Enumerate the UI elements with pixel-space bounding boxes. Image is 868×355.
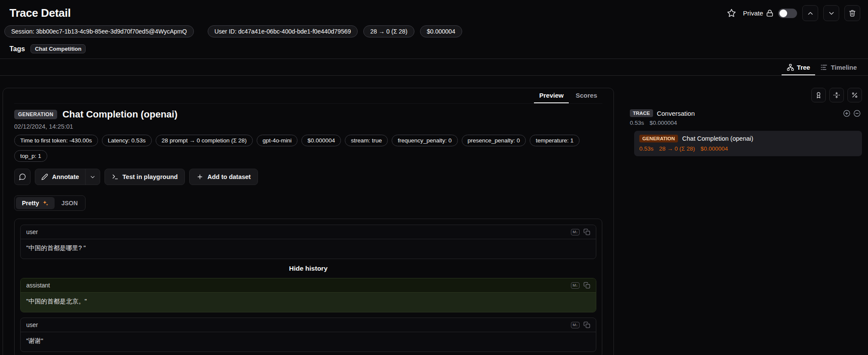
lock-icon xyxy=(766,9,773,17)
metadata-pill: top_p: 1 xyxy=(14,150,47,162)
star-icon xyxy=(727,9,736,18)
metadata-pill: frequency_penalty: 0 xyxy=(392,135,457,146)
message-header-icons: M↓ xyxy=(571,321,590,328)
delete-trace-button[interactable] xyxy=(844,5,860,21)
collapse-all-icon[interactable] xyxy=(853,110,861,117)
detail-tabs: Preview Scores xyxy=(14,88,602,104)
expand-all-icon[interactable] xyxy=(843,110,850,117)
message-assistant: assistant M↓ "中国的首都是北京。" xyxy=(20,278,596,312)
total-cost-badge: $0.000004 xyxy=(420,25,462,37)
annotate-label: Annotate xyxy=(52,173,79,180)
add-to-dataset-label: Add to dataset xyxy=(207,173,251,180)
terminal-icon xyxy=(112,173,119,180)
message-user-2: user M↓ "谢谢" xyxy=(20,318,596,352)
observation-detail-card: Preview Scores GENERATION Chat Completio… xyxy=(3,88,614,355)
node-cost: $0.000004 xyxy=(700,145,728,152)
tag-chip[interactable]: Chat Competition xyxy=(31,44,86,53)
user-id-badge[interactable]: User ID: dc47a41e-06bc-400d-bde1-f0e440d… xyxy=(208,25,358,37)
public-sharing-toggle[interactable] xyxy=(778,9,797,18)
tags-row: Tags Chat Competition xyxy=(0,42,868,59)
comment-bubble-icon xyxy=(18,173,26,181)
observation-title: Chat Completion (openai) xyxy=(62,109,178,120)
pretty-toggle[interactable]: Pretty xyxy=(16,197,55,209)
annotate-dropdown-button[interactable] xyxy=(85,169,100,185)
show-metrics-button[interactable] xyxy=(847,88,862,102)
medal-icon xyxy=(815,92,822,99)
add-to-dataset-button[interactable]: Add to dataset xyxy=(189,169,258,185)
comments-button[interactable] xyxy=(14,169,31,185)
fold-vertical-icon xyxy=(833,92,840,99)
message-content: "中国的首都是哪里? " xyxy=(21,239,596,259)
metadata-pill: $0.000004 xyxy=(301,135,341,146)
tab-tree-label: Tree xyxy=(797,64,810,71)
metadata-pill: Time to first token: -430.00s xyxy=(14,135,98,146)
bookmark-star-button[interactable] xyxy=(725,7,738,19)
sparkles-icon xyxy=(42,200,49,207)
token-usage-badge: 28 → 0 (Σ 28) xyxy=(363,25,414,37)
format-toggle: Pretty JSON xyxy=(14,195,86,211)
tab-timeline-label: Timeline xyxy=(831,64,857,71)
io-messages-container: user M↓ "中国的首都是哪里? " Hide history assist… xyxy=(14,219,602,355)
show-scores-button[interactable] xyxy=(811,88,826,102)
trace-name: Conversation xyxy=(657,110,695,117)
tab-preview[interactable]: Preview xyxy=(534,88,569,103)
message-content: "谢谢" xyxy=(21,332,596,352)
sharing-control: Private xyxy=(743,9,797,18)
metadata-pill: 28 prompt → 0 completion (Σ 28) xyxy=(156,135,253,146)
message-user-1: user M↓ "中国的首都是哪里? " xyxy=(20,225,596,259)
markdown-icon[interactable]: M↓ xyxy=(571,229,580,235)
annotate-button[interactable]: Annotate xyxy=(35,169,85,185)
observation-metadata-pills: Time to first token: -430.00s Latency: 0… xyxy=(14,135,590,162)
test-in-playground-button[interactable]: Test in playground xyxy=(104,169,185,185)
trace-root-row[interactable]: TRACE Conversation xyxy=(629,109,862,117)
markdown-icon[interactable]: M↓ xyxy=(571,322,580,328)
private-label: Private xyxy=(743,9,763,17)
message-header: assistant M↓ xyxy=(21,278,596,293)
message-header: user M↓ xyxy=(21,225,596,239)
main-content: Preview Scores GENERATION Chat Completio… xyxy=(0,76,868,355)
message-header-icons: M↓ xyxy=(571,228,590,235)
tree-node-header: GENERATION Chat Completion (openai) xyxy=(639,135,857,142)
copy-icon[interactable] xyxy=(583,282,590,289)
tree-node-name: Chat Completion (openai) xyxy=(682,135,753,142)
tree-icon xyxy=(787,64,794,71)
timeline-icon xyxy=(820,64,828,71)
tab-scores[interactable]: Scores xyxy=(570,88,602,103)
metadata-pill: temperature: 1 xyxy=(530,135,580,146)
message-header-icons: M↓ xyxy=(571,282,590,289)
tree-node-generation[interactable]: GENERATION Chat Completion (openai) 0.53… xyxy=(634,131,862,156)
chevron-up-icon xyxy=(807,9,814,17)
session-badge[interactable]: Session: 3bb00ec7-1b13-4c9b-85ee-3d9d70f… xyxy=(4,25,194,37)
copy-icon[interactable] xyxy=(583,228,590,235)
tab-timeline[interactable]: Timeline xyxy=(815,59,862,75)
tab-tree[interactable]: Tree xyxy=(782,59,816,75)
observation-header: GENERATION Chat Completion (openai) xyxy=(14,109,602,120)
markdown-icon[interactable]: M↓ xyxy=(571,282,580,289)
next-trace-button[interactable] xyxy=(823,5,839,21)
trace-meta-row: Session: 3bb00ec7-1b13-4c9b-85ee-3d9d70f… xyxy=(0,23,868,42)
header-actions: Private xyxy=(725,5,860,21)
metadata-pill: stream: true xyxy=(345,135,388,146)
chevron-down-icon xyxy=(828,9,835,17)
trace-tree-panel: TRACE Conversation 0.53s $0.000004 GENER… xyxy=(629,88,865,156)
json-toggle[interactable]: JSON xyxy=(55,197,84,209)
trace-type-badge: TRACE xyxy=(630,109,653,117)
node-token-usage: 28 → 0 (Σ 28) xyxy=(659,145,695,152)
trace-cost: $0.000004 xyxy=(650,120,677,126)
collapse-all-button[interactable] xyxy=(829,88,844,102)
copy-icon[interactable] xyxy=(583,321,590,328)
annotate-button-group: Annotate xyxy=(35,169,100,185)
tree-node-metrics: 0.53s 28 → 0 (Σ 28) $0.000004 xyxy=(639,145,857,152)
tags-label: Tags xyxy=(9,45,25,53)
toggle-knob xyxy=(779,9,787,17)
hide-history-button[interactable]: Hide history xyxy=(20,264,596,273)
message-content: "中国的首都是北京。" xyxy=(21,293,596,312)
tree-expand-controls xyxy=(843,110,861,117)
page-title: Trace Detail xyxy=(9,6,71,20)
chevron-down-icon xyxy=(89,174,96,180)
previous-trace-button[interactable] xyxy=(802,5,818,21)
generation-type-badge: GENERATION xyxy=(14,110,57,119)
observation-timestamp: 02/12/2024, 14:25:01 xyxy=(14,123,602,130)
message-role: user xyxy=(26,228,38,235)
plus-icon xyxy=(196,173,203,180)
